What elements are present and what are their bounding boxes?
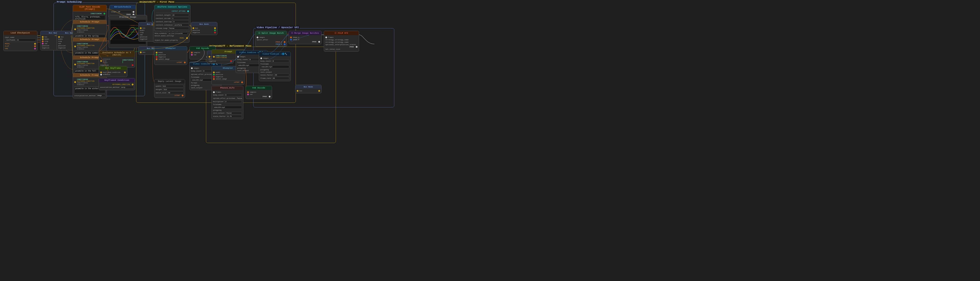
node-header-preview: Preview Image [109,15,147,19]
port-vae1-vae [191,54,193,56]
port-sk-in2 [100,74,102,75]
port-ks2-neg [213,76,215,78]
port-ks1-out [184,62,186,64]
port-uco-out [187,10,189,12]
node-load-checkpoint[interactable]: Load Checkpoint ckpt_name MODEL CLIP VAE [3,31,37,51]
port-in-1 [42,36,44,38]
canvas: Prompt Scheduling AnimateDiff - First Pa… [0,0,980,281]
node-ksampler-1[interactable]: KSampler model positive negative latent_… [154,46,187,65]
port-b4-pos [214,30,216,31]
port-sib-b [284,43,285,45]
node-bus-7[interactable]: Bus Node bus [295,85,321,93]
port-sk-out [124,71,126,73]
node-header-split-batch: ⬡ Split Image Batch [255,31,287,35]
node-keyframed-condition[interactable]: Keyframed Condition KEYFRAMED_CONDITION … [99,78,135,90]
port-vc2-in [237,56,239,58]
port-b7-in [297,90,299,92]
node-header-bus-4: Bus Node [191,22,217,26]
port-b4-out [214,27,216,29]
node-header-kf-cond: Keyframed Condition [99,78,135,82]
port-eval-neg [132,64,134,66]
node-header-bus-7: Bus Node [295,85,321,89]
port-kdraw-out [133,11,134,13]
node-set-keyframe[interactable]: Set Keyframe keyframed_condition SCHEDUL… [99,66,127,77]
node-bus-4[interactable]: Bus Node bus positive negative [191,22,217,35]
port-b6-neg [230,60,232,62]
port-ks1-pos [156,54,158,56]
port-clip-out [34,45,36,47]
node-header-uniform: Uniform Context Options [154,5,190,9]
port-mib-b [290,39,292,40]
port-vae2-vae [247,94,249,95]
group-title-video-pipeline: Video Pipeline / Upscaler VFI [256,26,299,29]
node-header-empty-latent: Empty Latent Image [154,79,185,83]
port-b7-out [318,90,320,92]
checkpoint-name-input[interactable] [5,39,36,41]
node-header-sp1: Schedule Prompt [73,20,107,24]
node-header-clip: CLIP Text Encode (Prompt) [73,5,107,11]
port-kf-out [132,84,134,86]
port-ks2-model [213,71,215,73]
port-ks1-latent [156,58,158,60]
port-ks2-pos [213,74,215,75]
node-header-evaluate: Evaluate Schedule At T (Batch) [99,51,135,57]
port-sp2-in [74,46,76,47]
node-uniform-context[interactable]: Uniform Context Options CONTEXT_OPTIONS … [154,5,191,31]
group-title-first-pass: AnimateDiff - First Pass [138,1,175,3]
port-sk-in1 [100,71,102,73]
port-mib-out [318,41,320,43]
port-pr-frames [213,91,215,93]
port-adl-out [186,37,188,39]
port-eval-out [123,61,123,63]
node-header-vae-2: VAE Decode [246,86,272,90]
node-empty-latent[interactable]: Empty Latent Image width 512 height 512 … [154,79,185,98]
port-in-2 [42,38,44,40]
port-sib-a [284,41,285,43]
node-header-merge-batch: ⬡ Merge Image Batches [289,31,321,35]
port-mib-a [290,37,292,38]
node-header-ksampler-1: KSampler [154,46,187,51]
node-video-combine-final[interactable]: Video Combine ⚙️🌐🔧 images body_count 0 f… [259,52,291,81]
port-b4-neg [214,32,216,33]
node-body-load-checkpoint: ckpt_name MODEL CLIP VAE [3,35,37,51]
node-phones-rife[interactable]: Phones_Rife frames body_count 0 upload_a… [212,86,243,119]
node-merge-image-batches[interactable]: ⬡ Merge Image Batches image_A image_B IM… [288,31,321,44]
port-ks1-neg [156,56,158,58]
node-header-load-checkpoint: Load Checkpoint [3,31,37,35]
node-header-kdraw: KDrawSchedule [110,5,136,9]
vcf-filename[interactable] [260,65,289,68]
node-header-set-keyframe: Set Keyframe [99,66,127,70]
port-bus-2-in [58,36,60,38]
port-vcf-in [260,57,262,59]
node-header-phones-rife: Phones_Rife [212,86,243,90]
port-eval-in [100,60,102,62]
port-b4-in [192,27,194,29]
port-ks1-model [156,52,158,54]
port-vae1-samples [191,52,193,54]
port-vae-out [34,48,36,49]
port-vae2-out [269,96,270,97]
port-film-out [356,46,358,48]
node-vae-decode-2[interactable]: VAE Decode samples vae IMAGE [246,86,272,99]
port-sp4-in [74,81,76,83]
node-header-sp2: Schedule Prompt [73,38,107,41]
group-title-prompt-scheduling: Prompt Scheduling [56,1,83,3]
node-film-vfi[interactable]: ⬡ FILM VFI frames strategy_strategy_name… [324,31,359,52]
port-pr-in [213,56,215,58]
port-sp1-in [74,29,76,30]
port-in-3 [42,40,44,42]
beta-schedule-input[interactable] [168,32,188,35]
node-evaluate-schedule[interactable]: Evaluate Schedule At T (Batch) schedule … [99,51,135,68]
port-b3-in [140,27,142,29]
port-model-out [34,43,36,44]
port-ks2-latent [213,78,215,80]
port-b5-in [140,51,142,53]
port-sib-in [257,37,258,38]
node-header-film-vfi: ⬡ FILM VFI [324,31,359,35]
port-sp3-in [74,64,76,65]
rife-filename[interactable] [213,106,242,109]
node-split-image-batch[interactable]: ⬡ Split Image Batch images split_after I… [255,31,287,47]
node-header-vc-final: Video Combine ⚙️🌐🔧 [259,52,291,56]
port-ks2-out [241,81,243,83]
port-clip-cond [103,13,105,14]
